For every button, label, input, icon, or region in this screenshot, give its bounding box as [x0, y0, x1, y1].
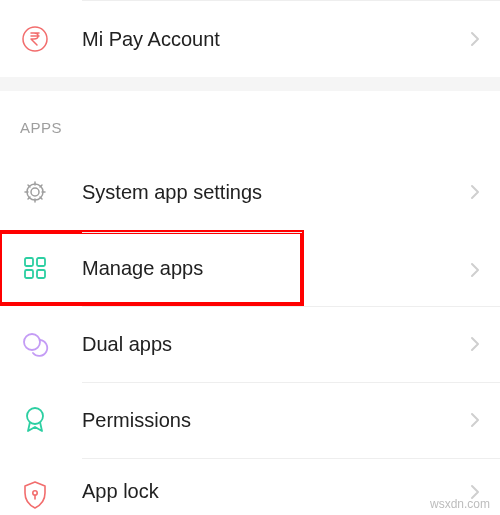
gear-icon [20, 177, 50, 207]
svg-rect-3 [25, 258, 33, 266]
chevron-right-icon [470, 336, 480, 352]
divider [82, 382, 500, 383]
chevron-right-icon [470, 412, 480, 428]
permissions-row[interactable]: Permissions [0, 382, 500, 458]
apps-section-group: APPS System app settings [0, 91, 500, 514]
permissions-label: Permissions [82, 409, 470, 432]
svg-point-8 [27, 408, 43, 424]
app-lock-label: App lock [82, 480, 470, 503]
svg-point-7 [24, 334, 40, 350]
mi-pay-account-label: Mi Pay Account [82, 28, 470, 51]
dual-apps-label: Dual apps [82, 333, 470, 356]
divider [82, 232, 302, 233]
dual-apps-row[interactable]: Dual apps [0, 306, 500, 382]
svg-point-1 [31, 188, 39, 196]
svg-rect-5 [25, 270, 33, 278]
apps-section-header: APPS [0, 91, 500, 154]
chevron-right-icon [470, 184, 480, 200]
shield-lock-icon [20, 480, 50, 510]
svg-point-2 [27, 184, 43, 200]
rupee-icon [20, 24, 50, 54]
manage-apps-row[interactable]: Manage apps [0, 232, 302, 304]
manage-apps-label: Manage apps [82, 257, 282, 280]
svg-rect-6 [37, 270, 45, 278]
watermark-text: wsxdn.com [430, 497, 490, 511]
badge-icon [20, 405, 50, 435]
divider [82, 458, 500, 459]
chevron-right-icon [470, 262, 480, 278]
system-app-settings-label: System app settings [82, 181, 470, 204]
svg-rect-4 [37, 258, 45, 266]
divider [82, 306, 500, 307]
manage-apps-highlight-box: Manage apps [0, 232, 302, 304]
top-section-group: Mi Pay Account [0, 0, 500, 77]
apps-grid-icon [20, 253, 50, 283]
app-lock-row[interactable]: App lock [0, 458, 500, 514]
section-gap [0, 77, 500, 91]
dual-circles-icon [20, 329, 50, 359]
mi-pay-account-row[interactable]: Mi Pay Account [0, 1, 500, 77]
system-app-settings-row[interactable]: System app settings [0, 154, 500, 230]
chevron-right-icon [470, 31, 480, 47]
